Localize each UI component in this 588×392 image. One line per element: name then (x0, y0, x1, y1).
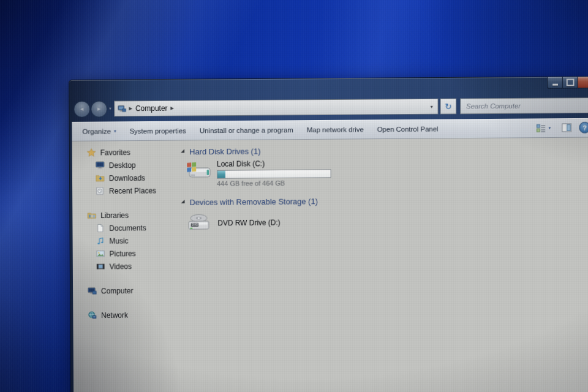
photographed-screen: { "desktop": { "bg_color": "#0c2e9d" }, … (0, 0, 588, 392)
explorer-window: × ◄ ► ▾ ▶ Computer ▶ ▾ ↻ (69, 76, 588, 392)
help-icon: ? (582, 124, 587, 131)
breadcrumb-item-computer[interactable]: Computer (135, 104, 168, 113)
sidebar-item-label: Music (109, 236, 128, 245)
sidebar-item-downloads[interactable]: Downloads (72, 171, 178, 184)
group-header[interactable]: Hard Disk Drives (1) (181, 142, 588, 157)
group-header[interactable]: Devices with Removable Storage (1) (181, 193, 588, 208)
address-dropdown[interactable]: ▾ (429, 104, 435, 109)
group-header-label: Hard Disk Drives (1) (189, 146, 260, 156)
search-box[interactable] (460, 97, 588, 114)
recent-pages-chevron[interactable]: ▾ (109, 106, 111, 111)
network-icon (88, 311, 97, 320)
sidebar-item-label: Pictures (109, 249, 135, 258)
sidebar-item-desktop[interactable]: Desktop (72, 158, 178, 172)
sidebar-item-documents[interactable]: Documents (72, 221, 177, 235)
sidebar-item-label: Recent Places (109, 186, 156, 195)
sidebar-item-label: Libraries (100, 211, 129, 219)
collapse-icon[interactable] (181, 200, 185, 203)
toolbar-label: System properties (129, 127, 186, 135)
toolbar-system-properties[interactable]: System properties (123, 121, 192, 140)
preview-pane-button[interactable] (557, 123, 576, 132)
forward-icon: ► (96, 106, 102, 112)
window-body: Organize ▾ System properties Uninstall o… (72, 118, 588, 392)
navigation-bar: ◄ ► ▾ ▶ Computer ▶ ▾ ↻ (72, 94, 588, 122)
toolbar-right-group: ▾ ? (533, 122, 588, 134)
music-note-icon (96, 236, 105, 246)
sidebar-item-label: Documents (109, 224, 146, 232)
libraries-icon (87, 211, 96, 220)
items-view[interactable]: Hard Disk Drives (1) (177, 137, 588, 392)
collapse-icon[interactable] (181, 149, 184, 153)
sidebar-item-pictures[interactable]: Pictures (73, 247, 178, 260)
toolbar-map-network-drive[interactable]: Map network drive (300, 119, 371, 139)
back-button[interactable]: ◄ (74, 100, 90, 117)
sidebar-group-gap (73, 296, 178, 309)
content-area: Favorites Desktop Downloads Recent Place… (72, 137, 588, 392)
chevron-down-icon: ▾ (114, 129, 116, 134)
drive-name: DVD RW Drive (D:) (217, 219, 280, 228)
toolbar-label: Map network drive (307, 126, 364, 134)
capacity-bar (217, 169, 331, 178)
sidebar-item-recent-places[interactable]: Recent Places (72, 184, 178, 197)
recent-places-icon (96, 186, 105, 195)
sidebar-group-gap (73, 272, 178, 284)
drive-local-disk-c[interactable]: Local Disk (C:) 444 GB free of 464 GB (184, 157, 588, 187)
section-hard-disk-drives: Hard Disk Drives (1) (181, 142, 588, 187)
picture-icon (96, 249, 105, 258)
toolbar-label: Organize (82, 127, 111, 135)
sidebar-item-favorites[interactable]: Favorites (72, 146, 178, 159)
address-bar[interactable]: ▶ Computer ▶ ▾ (114, 99, 439, 117)
sidebar-item-label: Desktop (109, 160, 136, 169)
sidebar-item-label: Videos (110, 262, 132, 271)
sidebar-item-label: Downloads (109, 173, 145, 182)
refresh-button[interactable]: ↻ (440, 99, 457, 115)
forward-button[interactable]: ► (91, 100, 107, 117)
star-icon (87, 148, 96, 157)
sidebar-item-computer[interactable]: Computer (73, 284, 178, 298)
maximize-button[interactable] (562, 77, 578, 89)
change-view-button[interactable]: ▾ (533, 124, 554, 132)
sidebar-item-videos[interactable]: Videos (73, 260, 178, 273)
toolbar-open-control-panel[interactable]: Open Control Panel (371, 119, 445, 139)
back-icon: ◄ (79, 106, 85, 112)
sidebar-item-network[interactable]: Network (73, 308, 178, 322)
computer-icon (88, 286, 97, 295)
dvd-drive-icon: DVD (185, 212, 213, 235)
close-button[interactable]: × (578, 76, 588, 88)
views-icon (537, 124, 546, 132)
svg-text:DVD: DVD (192, 224, 198, 227)
section-removable-storage: Devices with Removable Storage (1) (181, 193, 588, 235)
desktop-icon (96, 160, 105, 170)
film-icon (96, 262, 105, 271)
drive-info: Local Disk (C:) 444 GB free of 464 GB (217, 159, 331, 187)
toolbar-label: Open Control Panel (377, 125, 439, 133)
maximize-icon (566, 79, 574, 86)
minimize-icon (552, 84, 558, 86)
search-input[interactable] (465, 101, 588, 110)
computer-icon (118, 105, 126, 113)
capacity-fill (217, 171, 225, 178)
toolbar-organize[interactable]: Organize ▾ (75, 121, 123, 140)
navigation-pane: Favorites Desktop Downloads Recent Place… (72, 141, 179, 392)
window-controls: × (547, 76, 588, 88)
refresh-icon: ↻ (445, 102, 452, 111)
drive-dvd-rw-d[interactable]: DVD DVD RW Drive (D:) (185, 208, 588, 235)
toolbar-uninstall-program[interactable]: Uninstall or change a program (193, 120, 300, 140)
title-bar[interactable]: × (72, 77, 588, 97)
document-icon (96, 224, 105, 233)
help-button[interactable]: ? (579, 122, 588, 134)
minimize-button[interactable] (547, 77, 562, 89)
drive-name: Local Disk (C:) (217, 159, 331, 168)
breadcrumb-arrow-icon[interactable]: ▶ (171, 106, 174, 111)
sidebar-item-label: Favorites (100, 148, 130, 157)
preview-pane-icon (562, 123, 572, 132)
sidebar-item-music[interactable]: Music (73, 234, 178, 247)
drive-free-space: 444 GB free of 464 GB (217, 179, 331, 187)
breadcrumb-arrow-icon: ▶ (129, 106, 132, 111)
sidebar-item-label: Network (101, 311, 128, 319)
hard-drive-icon (184, 160, 213, 187)
group-header-label: Devices with Removable Storage (1) (189, 197, 317, 207)
downloads-folder-icon (96, 173, 105, 183)
sidebar-item-libraries[interactable]: Libraries (72, 208, 177, 222)
desktop: × ◄ ► ▾ ▶ Computer ▶ ▾ ↻ (0, 0, 588, 392)
